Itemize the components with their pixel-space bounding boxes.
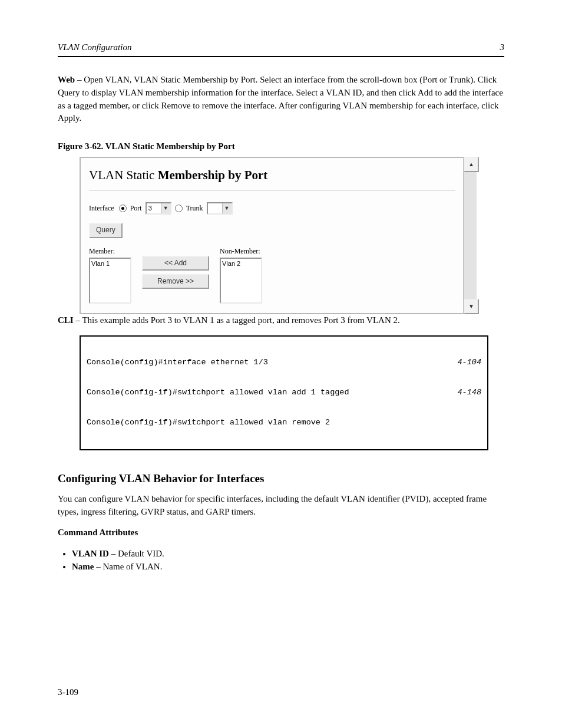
intro-paragraph-web: Web – Open VLAN, VLAN Static Membership … <box>58 74 504 125</box>
cli-line: Console(config-if)#switchport allowed vl… <box>87 388 481 398</box>
scrollbar[interactable]: ▲ ▼ <box>463 157 477 314</box>
trunk-select-value <box>208 203 222 213</box>
port-radio[interactable] <box>119 205 127 212</box>
page-number: 3-109 <box>58 687 78 697</box>
panel-title: VLAN Static Membership by Port <box>89 166 455 184</box>
cli-ref: 4-104 <box>457 358 481 368</box>
trunk-radio-label: Trunk <box>186 203 203 213</box>
trunk-radio[interactable] <box>175 205 183 212</box>
list-item: VLAN ID – Default VID. <box>72 548 504 561</box>
cli-line: Console(config-if)#switchport allowed vl… <box>87 418 481 428</box>
ui-screenshot-frame: ▲ ▼ VLAN Static Membership by Port Inter… <box>80 157 477 314</box>
port-select[interactable]: 3 ▼ <box>146 202 171 215</box>
intro-web-text: – Open VLAN, VLAN Static Membership by P… <box>58 75 503 123</box>
cli-cmd: Console(config)#interface ethernet 1/3 <box>87 358 268 368</box>
header-rule <box>58 56 504 57</box>
add-button[interactable]: << Add <box>142 256 209 271</box>
chevron-down-icon[interactable]: ▼ <box>222 203 232 213</box>
intro-web-label: Web <box>58 75 75 84</box>
figure-caption: Figure 3-62. VLAN Static Membership by P… <box>58 140 504 153</box>
panel-title-bold: Membership by Port <box>158 168 268 182</box>
interface-row: Interface Port 3 ▼ Trunk ▼ <box>89 202 455 215</box>
cli-label: CLI <box>58 315 74 325</box>
interface-label: Interface <box>89 203 114 213</box>
trunk-select[interactable]: ▼ <box>207 202 233 215</box>
scroll-down-icon[interactable]: ▼ <box>464 299 479 314</box>
member-list-item[interactable]: Vlan 1 <box>91 259 129 269</box>
cli-caption-text: – This example adds Port 3 to VLAN 1 as … <box>74 315 400 325</box>
cli-caption: CLI – This example adds Port 3 to VLAN 1… <box>58 314 504 327</box>
chevron-down-icon[interactable]: ▼ <box>161 203 170 213</box>
command-attributes-heading: Command Attributes <box>58 526 504 539</box>
running-header-left: VLAN Configuration <box>58 42 131 52</box>
nonmember-list-item[interactable]: Vlan 2 <box>222 259 260 269</box>
port-radio-label: Port <box>130 203 142 213</box>
section-heading: Configuring VLAN Behavior for Interfaces <box>58 470 504 487</box>
query-button[interactable]: Query <box>89 223 123 238</box>
running-header-right: 3 <box>500 42 505 52</box>
nonmember-label: Non-Member: <box>220 246 262 256</box>
cli-cmd: Console(config-if)#switchport allowed vl… <box>87 388 349 398</box>
list-item: Name – Name of VLAN. <box>72 561 504 574</box>
panel-rule <box>89 190 455 190</box>
remove-button[interactable]: Remove >> <box>142 274 209 289</box>
nonmember-listbox[interactable]: Vlan 2 <box>220 258 262 304</box>
member-label: Member: <box>89 246 131 256</box>
command-attributes-list: VLAN ID – Default VID. Name – Name of VL… <box>58 548 504 574</box>
cli-box: Console(config)#interface ethernet 1/34-… <box>80 335 488 451</box>
cli-line: Console(config)#interface ethernet 1/34-… <box>87 358 481 368</box>
port-select-value: 3 <box>147 203 161 213</box>
cli-cmd: Console(config-if)#switchport allowed vl… <box>87 418 330 428</box>
scroll-up-icon[interactable]: ▲ <box>464 157 479 172</box>
member-listbox[interactable]: Vlan 1 <box>89 258 131 304</box>
section-paragraph: You can configure VLAN behavior for spec… <box>58 493 504 519</box>
figure-caption-text: Figure 3-62. VLAN Static Membership by P… <box>58 141 235 151</box>
cli-ref: 4-148 <box>457 388 481 398</box>
panel-title-thin: VLAN Static <box>89 168 158 182</box>
